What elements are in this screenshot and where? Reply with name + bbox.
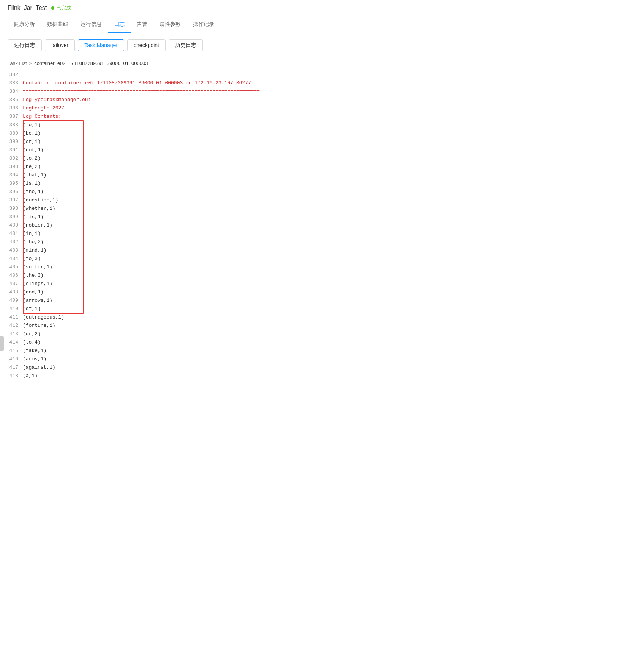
line-number: 413 [8,330,23,338]
line-content: (in,1) [23,230,621,238]
status-label: 已完成 [56,5,71,11]
line-content: (and,1) [23,288,621,296]
log-line: 401(in,1) [8,230,621,238]
log-line: 410(of,1) [8,305,621,313]
log-line: 391(not,1) [8,146,621,154]
log-line: 412(fortune,1) [8,322,621,330]
line-number: 406 [8,271,23,280]
line-number: 402 [8,238,23,246]
line-number: 408 [8,288,23,296]
log-line: 389(be,1) [8,129,621,138]
line-content: (to,1) [23,121,621,129]
tab-alarm[interactable]: 告警 [131,16,153,33]
nav-tabs: 健康分析 数据曲线 运行信息 日志 告警 属性参数 操作记录 [0,16,629,33]
log-line: 390(or,1) [8,138,621,146]
app-title: Flink_Jar_Test [8,5,47,11]
breadcrumb-current: container_e02_1711087289391_39000_01_000… [34,60,148,66]
line-number: 403 [8,246,23,255]
line-content: (is,1) [23,179,621,188]
log-line: 408(and,1) [8,288,621,296]
log-line: 385LogType:taskmanager.out [8,96,621,104]
line-content: (outrageous,1) [23,313,621,322]
app-header: Flink_Jar_Test 已完成 [0,0,629,16]
line-content: (arms,1) [23,355,621,363]
log-line: 398(whether,1) [8,204,621,213]
line-content: (tis,1) [23,213,621,221]
sub-tab-task-manager[interactable]: Task Manager [78,39,124,51]
line-content: (a,1) [23,372,621,380]
line-number: 395 [8,179,23,188]
line-content: LogType:taskmanager.out [23,96,621,104]
line-number: 397 [8,196,23,204]
sub-tabs: 运行日志 failover Task Manager checkpoint 历史… [0,33,629,57]
line-content: (mind,1) [23,246,621,255]
line-content: Log Contents: [23,113,621,121]
line-content: (or,2) [23,330,621,338]
line-number: 392 [8,154,23,163]
line-content: (question,1) [23,196,621,204]
log-line: 397(question,1) [8,196,621,204]
log-line: 386LogLength:2627 [8,104,621,113]
line-content: (nobler,1) [23,221,621,230]
line-content: (suffer,1) [23,263,621,271]
line-number: 388 [8,121,23,129]
line-content: (arrows,1) [23,296,621,305]
log-line: 402(the,2) [8,238,621,246]
line-number: 389 [8,129,23,138]
line-number: 398 [8,204,23,213]
line-content: (fortune,1) [23,322,621,330]
line-number: 391 [8,146,23,154]
log-line: 388(to,1) [8,121,621,129]
line-number: 401 [8,230,23,238]
line-number: 399 [8,213,23,221]
line-content: LogLength:2627 [23,104,621,113]
log-line: 383Container: container_e02_171108728939… [8,79,621,87]
line-content: (or,1) [23,138,621,146]
log-line: 392(to,2) [8,154,621,163]
line-number: 385 [8,96,23,104]
sub-tab-failover[interactable]: failover [45,39,75,51]
tab-ops[interactable]: 操作记录 [187,16,220,33]
log-line: 384=====================================… [8,87,621,96]
log-line: 399(tis,1) [8,213,621,221]
log-line: 404(to,3) [8,255,621,263]
log-line: 416(arms,1) [8,355,621,363]
tab-attr[interactable]: 属性参数 [153,16,187,33]
sub-tab-checkpoint[interactable]: checkpoint [127,39,166,51]
line-content: (whether,1) [23,204,621,213]
log-line: 415(take,1) [8,347,621,355]
line-content: (of,1) [23,305,621,313]
status-dot-icon [51,6,54,10]
sub-tab-history[interactable]: 历史日志 [169,39,203,51]
line-content: (not,1) [23,146,621,154]
line-number: 405 [8,263,23,271]
line-number: 407 [8,280,23,288]
line-number: 414 [8,338,23,347]
line-content: Container: container_e02_1711087289391_3… [23,79,621,87]
breadcrumb: Task List > container_e02_1711087289391_… [0,57,629,71]
log-line: 418(a,1) [8,372,621,380]
line-number: 409 [8,296,23,305]
breadcrumb-parent[interactable]: Task List [8,60,27,66]
line-number: 383 [8,79,23,87]
line-content: (that,1) [23,171,621,179]
tab-health[interactable]: 健康分析 [8,16,41,33]
line-number: 387 [8,113,23,121]
log-line: 405(suffer,1) [8,263,621,271]
line-number: 411 [8,313,23,322]
scroll-indicator[interactable] [0,336,4,351]
log-line: 414(to,4) [8,338,621,347]
line-content: (to,4) [23,338,621,347]
line-number: 404 [8,255,23,263]
tab-log[interactable]: 日志 [108,16,131,33]
tab-data[interactable]: 数据曲线 [41,16,74,33]
log-line: 396(the,1) [8,188,621,196]
sub-tab-run-log[interactable]: 运行日志 [8,39,42,51]
tab-running[interactable]: 运行信息 [74,16,108,33]
line-content: (the,3) [23,271,621,280]
line-content: (against,1) [23,363,621,372]
log-line: 400(nobler,1) [8,221,621,230]
line-number: 386 [8,104,23,113]
log-line: 411(outrageous,1) [8,313,621,322]
log-line: 393(be,2) [8,163,621,171]
